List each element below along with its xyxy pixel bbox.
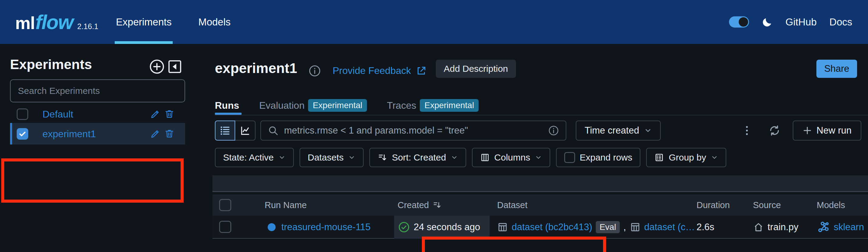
rename-experiment-icon[interactable] xyxy=(150,129,160,139)
nav-tab-models-label: Models xyxy=(198,16,230,28)
sort-dropdown[interactable]: Sort: Created xyxy=(369,148,466,167)
search-experiments-input[interactable] xyxy=(10,79,185,102)
chevron-down-icon xyxy=(348,154,355,161)
refresh-icon[interactable] xyxy=(766,120,783,141)
run-name-cell: treasured-mouse-115 xyxy=(268,216,371,239)
column-header-duration[interactable]: Duration xyxy=(696,194,730,216)
experiment-detail-panel: experiment1 Provide Feedback Add Descrip… xyxy=(212,44,868,252)
created-time-label: 24 seconds ago xyxy=(414,222,480,232)
experiment-info-icon[interactable] xyxy=(308,65,321,77)
dataset-link-2[interactable]: dataset (c… xyxy=(644,222,695,232)
logo-ml-text: ml xyxy=(15,13,35,33)
active-tab-underline xyxy=(115,41,173,44)
models-cell: sklearn xyxy=(817,216,864,239)
top-navbar: ml flow 2.16.1 Experiments Models GitHub… xyxy=(0,0,868,44)
experiment-link-default[interactable]: Default xyxy=(42,109,73,120)
default-checkbox[interactable] xyxy=(17,108,28,120)
source-cell: train.py xyxy=(753,216,799,239)
share-button[interactable]: Share xyxy=(816,60,857,78)
tab-evaluation[interactable]: Evaluation Experimental xyxy=(259,99,367,112)
experiment-list-item-default[interactable]: Default xyxy=(10,105,185,124)
columns-label: Columns xyxy=(494,152,530,163)
runs-filter-bar: State: Active Datasets Sort: Created Col… xyxy=(215,148,726,167)
eval-badge: Eval xyxy=(596,221,619,233)
sidebar-title: Experiments xyxy=(10,57,92,72)
column-header-models[interactable]: Models xyxy=(817,194,845,216)
select-all-checkbox[interactable] xyxy=(219,199,231,211)
chevron-down-icon xyxy=(278,154,286,161)
provide-feedback-link[interactable]: Provide Feedback xyxy=(333,65,427,76)
experiment-list-item-experiment1[interactable]: experiment1 xyxy=(10,123,185,144)
run-name-link[interactable]: treasured-mouse-115 xyxy=(281,222,371,232)
plus-icon xyxy=(802,126,812,135)
delete-experiment-icon[interactable] xyxy=(164,109,175,120)
run-row-checkbox[interactable] xyxy=(219,221,231,233)
runs-search-box[interactable]: metrics.rmse < 1 and params.model = "tre… xyxy=(260,120,566,141)
create-experiment-icon[interactable] xyxy=(149,59,165,75)
annotation-box-run-name-column xyxy=(422,237,606,252)
time-created-dropdown[interactable]: Time created xyxy=(576,120,661,141)
expand-rows-toggle[interactable]: Expand rows xyxy=(556,148,640,167)
tab-runs[interactable]: Runs xyxy=(215,100,239,111)
experiment1-checkbox[interactable] xyxy=(17,128,28,140)
group-by-dropdown[interactable]: Group by xyxy=(646,148,726,167)
page-title: experiment1 xyxy=(215,60,297,76)
column-header-source[interactable]: Source xyxy=(753,194,781,216)
chevron-down-icon xyxy=(451,154,458,161)
time-created-label: Time created xyxy=(585,125,639,136)
list-view-button[interactable] xyxy=(215,120,235,141)
state-filter-label: State: Active xyxy=(223,152,274,163)
sort-desc-icon xyxy=(432,201,442,210)
model-link[interactable]: sklearn xyxy=(834,222,864,232)
sort-label: Sort: Created xyxy=(392,152,446,163)
sort-icon xyxy=(377,153,387,163)
columns-dropdown[interactable]: Columns xyxy=(472,148,550,167)
delete-experiment-icon[interactable] xyxy=(164,129,175,139)
nav-tab-models[interactable]: Models xyxy=(198,0,230,44)
search-icon xyxy=(268,125,279,136)
expand-rows-checkbox[interactable] xyxy=(564,152,575,163)
annotation-box-experiment1 xyxy=(1,158,184,203)
dataset-separator: , xyxy=(623,222,626,232)
new-run-button[interactable]: New run xyxy=(793,120,861,141)
tab-traces[interactable]: Traces Experimental xyxy=(387,99,478,112)
tab-traces-label: Traces xyxy=(387,100,416,111)
add-description-button[interactable]: Add Description xyxy=(436,60,516,78)
search-info-icon[interactable] xyxy=(548,125,559,136)
nav-tab-experiments[interactable]: Experiments xyxy=(116,0,172,44)
rename-experiment-icon[interactable] xyxy=(150,109,160,120)
more-options-icon[interactable] xyxy=(740,120,754,141)
add-description-label: Add Description xyxy=(444,64,508,74)
datasets-filter-dropdown[interactable]: Datasets xyxy=(300,148,364,167)
column-header-dataset[interactable]: Dataset xyxy=(497,194,527,216)
collapse-sidebar-icon[interactable] xyxy=(166,59,183,75)
github-link[interactable]: GitHub xyxy=(785,16,817,28)
chart-view-button[interactable] xyxy=(235,120,255,141)
version-label: 2.16.1 xyxy=(78,22,99,31)
runs-toolbar: metrics.rmse < 1 and params.model = "tre… xyxy=(212,120,868,141)
dataset-link-1[interactable]: dataset (bc2bc413) xyxy=(512,222,592,232)
run-table-row[interactable]: treasured-mouse-115 24 seconds ago datas… xyxy=(212,216,868,239)
group-by-label: Group by xyxy=(669,152,706,163)
experimental-badge: Experimental xyxy=(308,99,367,112)
runs-search-query[interactable]: metrics.rmse < 1 and params.model = "tre… xyxy=(284,125,542,136)
runs-table-header: Run Name Created Dataset Duration Source… xyxy=(212,194,868,216)
moon-icon xyxy=(762,17,773,28)
experiment-link-experiment1[interactable]: experiment1 xyxy=(42,128,96,139)
docs-link[interactable]: Docs xyxy=(830,16,852,28)
source-label: train.py xyxy=(768,222,799,232)
experiment-view-tabs: Runs Evaluation Experimental Traces Expe… xyxy=(215,99,499,112)
mlflow-logo: ml flow 2.16.1 xyxy=(15,11,98,34)
column-header-run-name[interactable]: Run Name xyxy=(265,194,307,216)
chevron-down-icon xyxy=(644,127,652,135)
chevron-down-icon xyxy=(711,154,718,161)
state-filter-dropdown[interactable]: State: Active xyxy=(215,148,294,167)
column-header-created[interactable]: Created xyxy=(398,194,442,216)
tab-evaluation-label: Evaluation xyxy=(259,100,304,111)
columns-icon xyxy=(480,153,490,163)
experimental-badge: Experimental xyxy=(420,99,478,112)
dataset-cell: dataset (bc2bc413) Eval , dataset (c… xyxy=(497,216,695,239)
dark-mode-toggle[interactable] xyxy=(729,16,749,28)
navbar-tabs: Experiments Models xyxy=(116,0,257,44)
new-run-label: New run xyxy=(816,125,851,136)
